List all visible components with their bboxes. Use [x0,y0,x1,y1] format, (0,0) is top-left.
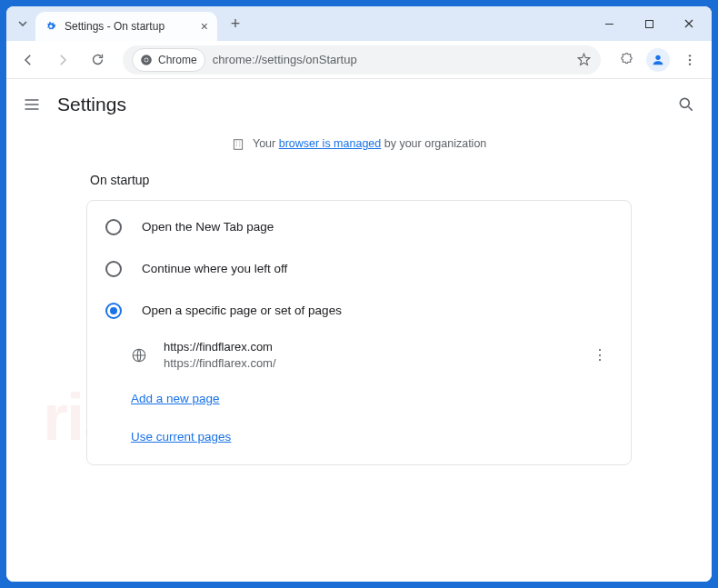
maximize-button[interactable] [630,10,668,37]
content-area: PC risk.com Settings Your browser is man… [6,79,712,582]
puzzle-icon [619,52,634,67]
bookmark-button[interactable] [576,52,592,67]
option-label: Open the New Tab page [142,220,274,234]
forward-button[interactable] [48,45,77,75]
svg-point-3 [145,58,148,62]
page-info: https://findflarex.com https://findflare… [164,339,571,372]
site-chip-label: Chrome [158,54,197,66]
section-title: On startup [86,165,632,200]
svg-point-7 [689,63,691,65]
page-title-text: https://findflarex.com [164,339,571,355]
address-bar[interactable]: Chrome chrome://settings/onStartup [123,45,601,75]
maximize-icon [644,19,654,29]
managed-link[interactable]: browser is managed [279,137,382,150]
managed-notice: Your browser is managed by your organiza… [6,130,712,165]
minimize-icon [604,19,614,29]
page-more-button[interactable]: ⋮ [587,341,613,369]
radio-icon-selected [105,303,122,319]
globe-icon [131,347,147,364]
tab-title: Settings - On startup [65,20,165,33]
option-new-tab[interactable]: Open the New Tab page [87,206,631,248]
add-page-link[interactable]: Add a new page [131,392,220,405]
managed-prefix: Your [253,137,279,150]
settings-header: Settings [6,79,712,130]
extensions-button[interactable] [612,45,641,75]
svg-point-4 [655,55,660,59]
search-button[interactable] [677,95,695,114]
arrow-left-icon [20,52,36,68]
option-continue[interactable]: Continue where you left off [87,248,631,290]
profile-button[interactable] [646,48,670,72]
startup-card: Open the New Tab page Continue where you… [86,200,632,465]
search-icon [677,95,695,114]
gear-icon [45,20,57,33]
menu-toggle-button[interactable] [23,95,41,114]
browser-window: Settings - On startup × + Chrome chrome:… [6,6,712,582]
site-chip[interactable]: Chrome [132,48,205,72]
option-label: Continue where you left off [142,262,287,275]
close-icon [683,18,694,29]
hamburger-icon [23,95,41,114]
toolbar: Chrome chrome://settings/onStartup [6,41,712,79]
radio-icon [105,219,122,235]
person-icon [651,53,665,67]
minimize-button[interactable] [590,10,628,37]
option-specific-pages[interactable]: Open a specific page or set of pages [87,290,631,332]
radio-icon [105,261,122,277]
url-text: chrome://settings/onStartup [213,53,569,66]
new-tab-button[interactable]: + [223,11,248,36]
dots-vertical-icon [683,53,697,67]
star-icon [576,52,592,67]
page-title: Settings [57,94,126,115]
svg-point-8 [680,98,689,107]
chrome-logo-icon [140,54,153,66]
add-page-row: Add a new page [87,379,631,417]
option-label: Open a specific page or set of pages [142,304,342,317]
window-controls [590,10,708,37]
menu-button[interactable] [675,45,704,75]
reload-button[interactable] [83,45,112,75]
close-button[interactable] [670,10,708,37]
arrow-right-icon [55,52,71,68]
back-button[interactable] [14,45,43,75]
managed-suffix: by your organization [381,137,486,150]
svg-rect-9 [234,139,242,149]
use-current-link[interactable]: Use current pages [131,430,231,443]
reload-icon [90,52,105,67]
browser-tab[interactable]: Settings - On startup × [35,12,217,41]
svg-point-5 [689,55,691,56]
svg-rect-0 [645,20,653,27]
on-startup-section: On startup Open the New Tab page Continu… [86,165,632,465]
svg-point-6 [689,58,691,60]
use-current-row: Use current pages [87,417,631,455]
titlebar: Settings - On startup × + [6,6,712,41]
page-url-text: https://findflarex.com/ [164,355,571,372]
startup-page-row: https://findflarex.com https://findflare… [87,332,631,379]
tab-search-button[interactable] [10,11,35,36]
tab-close-button[interactable]: × [201,19,208,34]
chevron-down-icon [17,18,28,29]
building-icon [232,138,244,151]
